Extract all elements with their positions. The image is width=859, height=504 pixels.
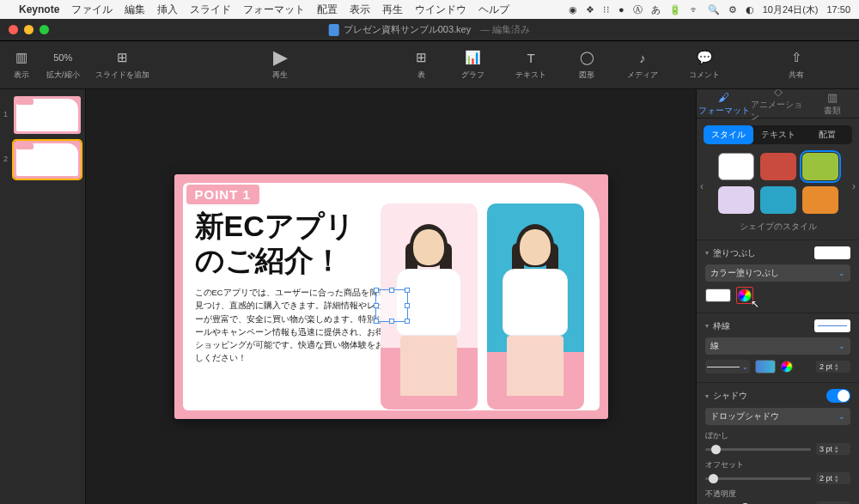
style-subtab[interactable]: スタイル	[704, 125, 753, 144]
menu-play[interactable]: 再生	[382, 3, 403, 17]
offset-field[interactable]: 2 pt▴▾	[816, 472, 850, 484]
share-button[interactable]: ⇧共有	[787, 49, 806, 81]
slide-body-text: このECアプリでは、ユーザーに合った商品を簡単に見つけ、直感的に購入できます。詳…	[195, 286, 397, 364]
menu-view[interactable]: 表示	[350, 3, 370, 17]
menu-edit[interactable]: 編集	[125, 3, 145, 17]
menu-window[interactable]: ウインドウ	[415, 3, 466, 17]
opacity-label: 不透明度	[705, 489, 850, 500]
slide-photo-2	[487, 203, 584, 410]
status-icon[interactable]: あ	[651, 3, 661, 16]
fill-section: ▾塗りつぶし カラー塗りつぶし⌄ ↖	[697, 240, 859, 313]
inspector: 🖌フォーマット ◇アニメーション ▥書類 スタイル テキスト 配置 ‹ › シェ…	[696, 89, 859, 504]
zoom-button[interactable]	[40, 25, 49, 34]
fill-type-dropdown[interactable]: カラー塗りつぶし⌄	[705, 264, 850, 282]
zoom-dropdown[interactable]: 50%拡大/縮小	[46, 49, 80, 81]
border-preview[interactable]	[814, 319, 850, 332]
style-swatch[interactable]	[760, 186, 796, 214]
add-slide-button[interactable]: ⊞スライドを追加	[95, 49, 149, 81]
offset-slider[interactable]	[705, 477, 811, 480]
status-icon[interactable]: Ⓐ	[633, 3, 643, 16]
shape-styles-label: シェイプのスタイル	[697, 216, 859, 240]
border-color-well[interactable]	[755, 360, 776, 373]
slide-canvas[interactable]: POINT 1 新ECアプリのご紹介！ このECアプリでは、ユーザーに合った商品…	[86, 89, 696, 504]
style-swatch[interactable]	[718, 186, 754, 214]
status-search-icon[interactable]: 🔍	[708, 4, 720, 15]
play-button[interactable]: ▶再生	[271, 49, 289, 81]
shadow-toggle[interactable]	[826, 389, 850, 403]
text-button[interactable]: Tテキスト	[515, 49, 546, 81]
shape-selection[interactable]	[375, 289, 408, 322]
fill-color-wheel[interactable]	[738, 288, 752, 302]
border-type-dropdown[interactable]: 線⌄	[705, 337, 850, 355]
menu-help[interactable]: ヘルプ	[478, 3, 509, 17]
style-swatch[interactable]	[802, 186, 838, 214]
toolbar: ▥表示 50%拡大/縮小 ⊞スライドを追加 ▶再生 ⊞表 📊グラフ Tテキスト …	[0, 41, 859, 89]
offset-label: オフセット	[705, 459, 850, 471]
status-time[interactable]: 17:50	[826, 4, 850, 15]
menubar: Keynote ファイル 編集 挿入 スライド フォーマット 配置 表示 再生 …	[0, 0, 859, 19]
chart-button[interactable]: 📊グラフ	[461, 49, 484, 81]
blur-label: ぼかし	[705, 430, 850, 441]
status-battery-icon[interactable]: 🔋	[669, 4, 681, 15]
shadow-type-dropdown[interactable]: ドロップシャドウ⌄	[705, 408, 850, 425]
status-rec-icon[interactable]: ●	[618, 4, 624, 15]
status-icon[interactable]: ◉	[569, 4, 577, 15]
status-icon[interactable]: ❖	[586, 4, 594, 15]
menu-arrange[interactable]: 配置	[317, 3, 338, 17]
view-button[interactable]: ▥表示	[12, 49, 31, 81]
slide-thumbnail-1[interactable]	[14, 96, 81, 134]
arrange-subtab[interactable]: 配置	[802, 125, 852, 144]
shadow-label: シャドウ	[713, 390, 747, 402]
table-button[interactable]: ⊞表	[411, 49, 430, 81]
border-label: 枠線	[713, 320, 730, 332]
border-width-field[interactable]: 2 pt▴▾	[816, 361, 850, 373]
cursor-icon: ↖	[751, 298, 759, 310]
document-icon	[329, 24, 339, 36]
slide-thumbnail-2[interactable]	[14, 141, 81, 179]
fill-preview[interactable]	[814, 246, 850, 259]
shape-button[interactable]: ◯図形	[577, 49, 596, 81]
window-titlebar: プレゼン資料サンプル003.key — 編集済み	[0, 19, 859, 41]
status-siri-icon[interactable]: ◐	[746, 4, 754, 15]
shadow-section: ▾シャドウ ドロップシャドウ⌄ ぼかし 3 pt▴▾ オフセット 2 pt▴▾ …	[697, 382, 859, 504]
edited-label: — 編集済み	[480, 23, 530, 36]
media-button[interactable]: ♪メディア	[627, 49, 658, 81]
status-wifi-icon[interactable]: ᯤ	[690, 4, 699, 15]
styles-next[interactable]: ›	[852, 180, 856, 192]
menu-slide[interactable]: スライド	[190, 3, 231, 17]
format-tab[interactable]: 🖌フォーマット	[697, 89, 751, 118]
comment-button[interactable]: 💬コメント	[689, 49, 720, 81]
styles-prev[interactable]: ‹	[700, 180, 704, 192]
document-title: プレゼン資料サンプル003.key	[344, 23, 472, 36]
border-color-wheel[interactable]	[781, 361, 793, 373]
app-name[interactable]: Keynote	[19, 3, 59, 15]
close-button[interactable]	[9, 25, 18, 34]
fill-color-well[interactable]	[705, 288, 731, 302]
slide-navigator: 1 2	[0, 89, 86, 504]
text-subtab[interactable]: テキスト	[753, 125, 803, 144]
border-section: ▾枠線 線⌄ ⌄ 2 pt▴▾	[697, 313, 859, 382]
menu-format[interactable]: フォーマット	[243, 3, 305, 17]
status-icon[interactable]: ⁝⁝	[603, 4, 610, 15]
menu-insert[interactable]: 挿入	[157, 3, 178, 17]
blur-slider[interactable]	[705, 448, 811, 451]
style-swatch[interactable]	[802, 153, 838, 180]
document-tab[interactable]: ▥書類	[805, 89, 859, 118]
style-swatch[interactable]	[718, 153, 754, 180]
menu-file[interactable]: ファイル	[71, 3, 113, 17]
status-date[interactable]: 10月24日(木)	[763, 3, 819, 16]
style-swatch[interactable]	[760, 153, 796, 180]
slide-badge: POINT 1	[186, 185, 259, 204]
line-style-dropdown[interactable]: ⌄	[705, 360, 750, 373]
status-control-icon[interactable]: ⚙	[728, 4, 737, 15]
minimize-button[interactable]	[24, 25, 34, 34]
fill-label: 塗りつぶし	[713, 247, 756, 259]
blur-field[interactable]: 3 pt▴▾	[816, 443, 850, 455]
animate-tab[interactable]: ◇アニメーション	[751, 89, 805, 118]
slide: POINT 1 新ECアプリのご紹介！ このECアプリでは、ユーザーに合った商品…	[174, 174, 608, 419]
